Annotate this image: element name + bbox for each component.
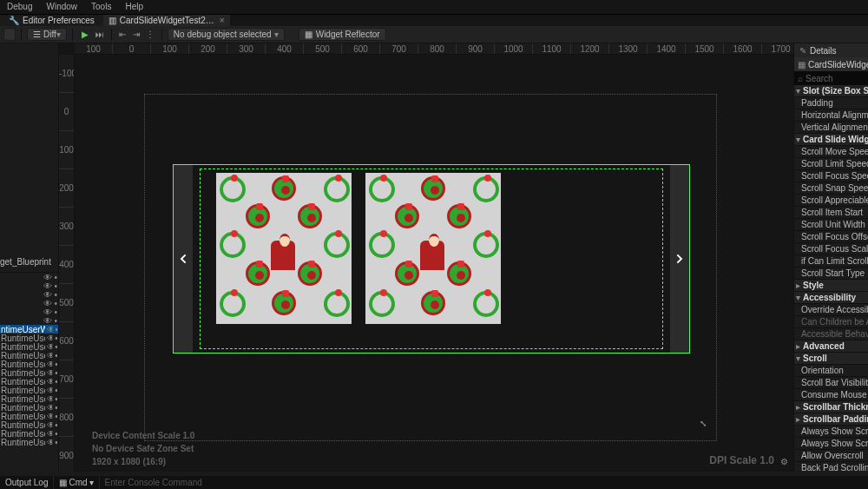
widget-reflector-button[interactable]: ▦ Widget Reflector xyxy=(299,28,386,41)
details-category-header[interactable]: Scroll xyxy=(794,353,868,365)
details-category-header[interactable]: Advanced xyxy=(794,340,868,353)
tab-card-slide-widget[interactable]: ▥ CardSlideWidgetTest2… × xyxy=(103,15,230,26)
details-property-row[interactable]: Vertical Alignment xyxy=(794,122,868,134)
details-property-row[interactable]: Scroll Focus Offset xyxy=(794,231,868,243)
ruler-tick: 1500 xyxy=(686,43,724,54)
lock-icon[interactable]: • xyxy=(55,438,57,447)
details-property-row[interactable]: Scroll Bar Visibility xyxy=(794,377,868,389)
details-property-row[interactable]: Scroll Item Start xyxy=(794,207,868,219)
debug-object-combo[interactable]: No debug object selected xyxy=(168,28,285,41)
output-log-button[interactable]: Output Log xyxy=(0,476,54,489)
details-category-header[interactable]: Style xyxy=(794,280,868,292)
details-property-row[interactable]: Horizontal Alignment xyxy=(794,109,868,122)
hierarchy-item[interactable]: 👁• xyxy=(0,281,58,290)
separator xyxy=(161,29,162,41)
menu-window[interactable]: Window xyxy=(39,0,84,14)
skip-icon[interactable]: ⋮ xyxy=(145,28,156,41)
details-property-row[interactable]: Scroll Focus Scale xyxy=(794,243,868,255)
hierarchy-item[interactable]: RuntimeUserW👁• xyxy=(0,351,58,360)
dpi-scale-label: DPI Scale 1.0 xyxy=(709,454,774,466)
canvas[interactable]: ⤡ Device Content Scale 1.0 No Device Saf… xyxy=(75,55,793,472)
save-or-menu-button[interactable] xyxy=(3,28,16,41)
resize-handle-icon[interactable]: ⤡ xyxy=(700,419,707,428)
menu-help[interactable]: Help xyxy=(118,0,150,14)
step-back-icon[interactable]: ⇤ xyxy=(117,28,128,41)
hierarchy-item[interactable]: RuntimeUserW👁• xyxy=(0,429,58,438)
hierarchy-item[interactable]: 👁• xyxy=(0,273,58,281)
details-property-row[interactable]: Always Show Scrollbar Track xyxy=(794,438,868,450)
cmd-button[interactable]: ▦Cmd▾ xyxy=(54,476,99,489)
details-property-row[interactable]: Override Accessible Defaults xyxy=(794,304,868,316)
details-property-row[interactable]: Scroll Unit Width xyxy=(794,219,868,231)
ornament-icon xyxy=(246,204,270,228)
card-item[interactable] xyxy=(216,173,352,324)
hierarchy-item[interactable]: RuntimeUserW👁• xyxy=(0,438,58,446)
hierarchy-item[interactable]: 👁• xyxy=(0,290,58,299)
hierarchy-item[interactable]: RuntimeUserW👁• xyxy=(0,368,58,377)
details-category-header[interactable]: Scrollbar Padding xyxy=(794,413,868,426)
hierarchy-item[interactable]: RuntimeUserW👁• xyxy=(0,403,58,412)
hierarchy-item[interactable]: 👁• xyxy=(0,299,58,307)
details-property-row[interactable]: Consume Mouse Wheel xyxy=(794,389,868,401)
hierarchy-item[interactable]: 👁• xyxy=(0,307,58,316)
ornament-icon xyxy=(298,261,322,286)
details-breadcrumb[interactable]: CardSlideWidgetScr xyxy=(794,57,868,71)
hierarchy-item[interactable]: RuntimeUserW👁• xyxy=(0,420,58,429)
ruler-tick: -100 xyxy=(59,55,74,93)
details-property-row[interactable]: Scroll Move Speed xyxy=(794,146,868,158)
skip-button[interactable]: ⏭ xyxy=(95,28,106,41)
details-category-header[interactable]: Accessibility xyxy=(794,292,868,304)
details-property-row[interactable]: Padding xyxy=(794,97,868,109)
hierarchy-item[interactable]: ntimeUserWidg👁• xyxy=(0,325,58,334)
card-item[interactable] xyxy=(365,173,501,324)
hierarchy-item[interactable]: RuntimeUserW👁• xyxy=(0,412,58,420)
details-property-row[interactable]: Scroll Focus Speed xyxy=(794,170,868,182)
chevron-right-icon xyxy=(673,247,687,271)
selected-widget-outline[interactable] xyxy=(173,164,690,354)
console-input[interactable]: Enter Console Command xyxy=(100,478,868,487)
details-search-input[interactable]: Search xyxy=(794,71,868,85)
hierarchy-item[interactable]: RuntimeUserW👁• xyxy=(0,377,58,386)
eye-icon[interactable]: 👁 xyxy=(47,438,54,447)
details-property-list: Slot (Size Box Slot)PaddingHorizontal Al… xyxy=(794,85,868,472)
ruler-tick: 1300 xyxy=(609,43,648,54)
hierarchy-item[interactable]: RuntimeUserW👁• xyxy=(0,334,58,342)
close-icon[interactable]: × xyxy=(220,16,225,25)
menu-tools[interactable]: Tools xyxy=(84,0,118,14)
details-property-row[interactable]: Always Show Scrollbar xyxy=(794,426,868,438)
hierarchy-item[interactable]: RuntimeUserW👁• xyxy=(0,342,58,351)
details-category-header[interactable]: Slot (Size Box Slot) xyxy=(794,85,868,97)
details-property-row[interactable]: Allow Overscroll xyxy=(794,450,868,462)
menu-debug[interactable]: Debug xyxy=(0,0,39,14)
hierarchy-item[interactable]: RuntimeUserW👁• xyxy=(0,386,58,394)
wreath-icon xyxy=(220,291,246,317)
details-property-row[interactable]: if Can Limit Scroll xyxy=(794,255,868,268)
ruler-tick: 400 xyxy=(59,246,74,284)
hierarchy-item[interactable]: RuntimeUserW👁• xyxy=(0,394,58,403)
dpi-gear-icon[interactable]: ⚙ xyxy=(780,457,788,466)
details-tab[interactable]: Details xyxy=(794,43,868,57)
designer-viewport[interactable]: 1000100200300400500600700800900100011001… xyxy=(59,43,793,472)
details-property-row[interactable]: Can Children be Accessible xyxy=(794,316,868,328)
play-button[interactable]: ▶ xyxy=(78,28,92,41)
details-property-row[interactable]: Scroll Limit Speed xyxy=(794,158,868,170)
hierarchy-item[interactable]: 👁• xyxy=(0,316,58,325)
details-category-header[interactable]: Card Slide Widget Scroll Box xyxy=(794,134,868,146)
scroll-left-button[interactable] xyxy=(174,165,193,353)
details-property-row[interactable]: Scroll Start Type xyxy=(794,268,868,280)
scroll-right-button[interactable] xyxy=(670,165,689,353)
hierarchy-title: get_Blueprint xyxy=(0,257,59,267)
details-property-row[interactable]: Accessible Behavior xyxy=(794,328,868,340)
details-property-row[interactable]: Scroll Snap Speed xyxy=(794,182,868,195)
step-fwd-icon[interactable]: ⇥ xyxy=(131,28,142,41)
diff-button[interactable]: ☰ Diff xyxy=(27,28,67,41)
scrollbox-content[interactable] xyxy=(200,169,663,349)
ornament-icon xyxy=(421,176,445,201)
wreath-icon xyxy=(220,176,246,202)
details-property-row[interactable]: Orientation xyxy=(794,365,868,377)
tab-editor-preferences[interactable]: 🔧 Editor Preferences xyxy=(0,15,103,26)
details-property-row[interactable]: Back Pad Scrolling xyxy=(794,462,868,472)
details-property-row[interactable]: Scroll Appreciable Amount xyxy=(794,195,868,207)
details-category-header[interactable]: Scrollbar Thickness xyxy=(794,401,868,413)
hierarchy-item[interactable]: RuntimeUserW👁• xyxy=(0,360,58,368)
